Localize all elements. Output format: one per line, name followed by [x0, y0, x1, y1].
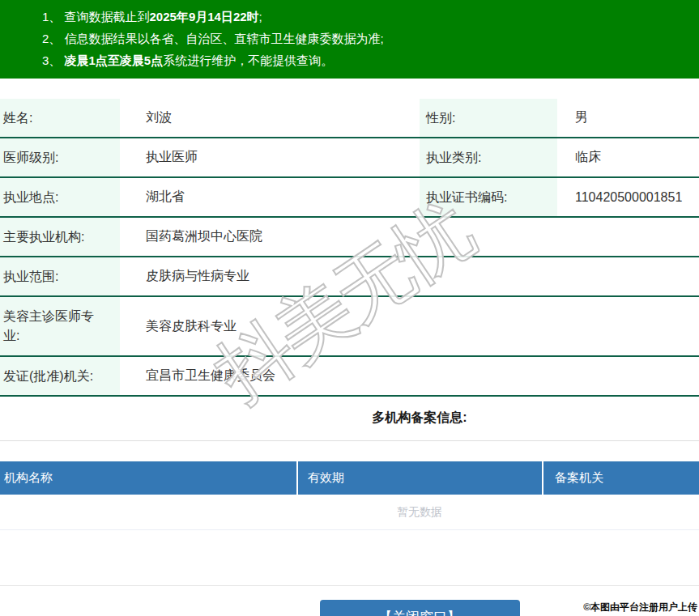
field-label: 医师级别:	[0, 138, 120, 176]
table-row: 美容主诊医师专业: 美容皮肤科专业	[0, 297, 699, 357]
multi-org-table-header: 机构名称 有效期 备案机关	[0, 461, 699, 495]
doctor-registration-query-page: 1、 查询数据截止到2025年9月14日22时; 2、 信息数据结果以各省、自治…	[0, 0, 699, 616]
table-row: 医师级别: 执业医师 执业类别: 临床	[0, 138, 699, 178]
notice-bold-text: 凌晨1点至凌晨5点	[65, 53, 164, 67]
field-label: 美容主诊医师专业:	[0, 297, 120, 355]
field-label: 执业范围:	[0, 257, 120, 295]
field-value: 男	[557, 99, 699, 137]
field-value: 美容皮肤科专业	[120, 297, 699, 355]
divider	[0, 440, 699, 441]
field-value: 临床	[557, 138, 699, 176]
notice-banner: 1、 查询数据截止到2025年9月14日22时; 2、 信息数据结果以各省、自治…	[0, 0, 699, 79]
field-value: 执业医师	[120, 138, 420, 176]
table-row: 执业地点: 湖北省 执业证书编码: 110420500001851	[0, 178, 699, 218]
field-value: 湖北省	[120, 178, 420, 216]
field-label: 执业地点:	[0, 178, 120, 216]
close-window-button[interactable]: 【关闭窗口】	[320, 600, 520, 616]
field-label: 性别:	[420, 99, 557, 137]
platform-upload-stamp: ©本图由平台注册用户上传	[583, 601, 697, 614]
column-header: 备案机关	[542, 461, 699, 495]
notice-line: 3、 凌晨1点至凌晨5点系统进行维护，不能提供查询。	[0, 49, 699, 71]
field-value: 皮肤病与性病专业	[120, 257, 699, 295]
field-label: 主要执业机构:	[0, 218, 120, 256]
multi-org-section-title: 多机构备案信息:	[0, 409, 699, 427]
field-label: 姓名:	[0, 99, 120, 137]
field-label: 执业证书编码:	[420, 178, 557, 216]
empty-data-placeholder: 暂无数据	[0, 495, 699, 530]
column-header: 有效期	[296, 461, 542, 495]
table-row: 主要执业机构: 国药葛洲坝中心医院	[0, 218, 699, 257]
table-row: 执业范围: 皮肤病与性病专业	[0, 257, 699, 297]
notice-line: 2、 信息数据结果以各省、自治区、直辖市卫生健康委数据为准;	[0, 28, 699, 49]
field-value: 宜昌市卫生健康委员会	[120, 357, 699, 395]
column-header: 机构名称	[0, 461, 296, 495]
table-row: 姓名: 刘波 性别: 男	[0, 99, 699, 138]
field-label: 执业类别:	[420, 138, 557, 176]
spacer	[0, 530, 699, 585]
field-value: 刘波	[120, 99, 420, 137]
notice-text: 系统进行维护，不能提供查询。	[163, 53, 333, 67]
field-label: 发证(批准)机关:	[0, 357, 120, 395]
notice-text: ;	[259, 10, 262, 23]
notice-bold-text: 2025年9月14日22时	[150, 10, 259, 23]
table-row: 发证(批准)机关: 宜昌市卫生健康委员会	[0, 357, 699, 397]
notice-text: 2、 信息数据结果以各省、自治区、直辖市卫生健康委数据为准;	[42, 32, 384, 45]
doctor-info-table: 姓名: 刘波 性别: 男 医师级别: 执业医师 执业类别: 临床 执业地点: 湖…	[0, 99, 699, 397]
notice-line: 1、 查询数据截止到2025年9月14日22时;	[0, 6, 699, 28]
field-value: 110420500001851	[557, 178, 699, 216]
field-value: 国药葛洲坝中心医院	[120, 218, 699, 256]
notice-text: 3、	[42, 53, 65, 67]
notice-text: 1、 查询数据截止到	[42, 10, 150, 23]
